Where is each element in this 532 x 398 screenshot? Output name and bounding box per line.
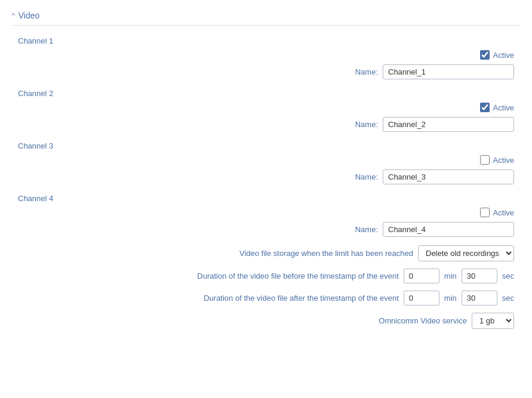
- channel-section-1: Channel 1ActiveName:: [12, 32, 520, 82]
- duration-before-sec-unit: sec: [502, 271, 514, 280]
- duration-before-row: Duration of the video file before the ti…: [12, 265, 520, 287]
- duration-before-sec-input[interactable]: [462, 269, 497, 283]
- storage-row: Video file storage when the limit has be…: [12, 242, 520, 265]
- channel-active-label-1: Active: [493, 51, 514, 60]
- channel-name-input-4[interactable]: [383, 222, 514, 237]
- channel-active-checkbox-2[interactable]: [480, 103, 490, 112]
- channel-name-input-1[interactable]: [383, 64, 514, 79]
- channel-name-row-2: Name:: [12, 115, 520, 134]
- channel-active-label-3: Active: [493, 156, 514, 165]
- channel-name-row-4: Name:: [12, 220, 520, 239]
- duration-after-label: Duration of the video file after the tim…: [204, 294, 399, 303]
- channel-label-1: Channel 1: [12, 32, 520, 48]
- channel-label-4: Channel 4: [12, 189, 520, 205]
- channel-active-label-4: Active: [493, 208, 514, 217]
- channel-active-label-2: Active: [493, 103, 514, 112]
- channel-active-checkbox-1[interactable]: [480, 50, 490, 60]
- video-section-header[interactable]: ^ Video: [12, 6, 520, 26]
- channel-name-row-1: Name:: [12, 62, 520, 82]
- duration-before-min-unit: min: [444, 271, 457, 280]
- duration-after-row: Duration of the video file after the tim…: [12, 287, 520, 309]
- channel-active-row-1: Active: [12, 48, 520, 62]
- channel-name-label-2: Name:: [354, 120, 378, 129]
- duration-after-sec-input[interactable]: [462, 291, 497, 306]
- channel-name-label-1: Name:: [354, 67, 378, 76]
- channel-section-2: Channel 2ActiveName:: [12, 84, 520, 134]
- channel-name-label-4: Name:: [354, 225, 378, 234]
- storage-select[interactable]: Delete old recordingsStop recording: [418, 245, 514, 261]
- omnicomm-service-label: Omnicomm Video service: [379, 316, 467, 325]
- omnicomm-service-row: Omnicomm Video service 1 gb2 gb5 gb10 gb: [12, 309, 520, 332]
- channel-active-row-3: Active: [12, 153, 520, 167]
- channel-name-input-3[interactable]: [383, 169, 514, 184]
- section-title: Video: [19, 11, 40, 20]
- channels-container: Channel 1ActiveName:Channel 2ActiveName:…: [12, 32, 520, 239]
- channel-active-row-2: Active: [12, 100, 520, 115]
- duration-before-label: Duration of the video file before the ti…: [197, 271, 398, 280]
- storage-label: Video file storage when the limit has be…: [239, 249, 413, 258]
- channel-active-row-4: Active: [12, 205, 520, 220]
- duration-after-min-input[interactable]: [404, 291, 439, 306]
- channel-section-4: Channel 4ActiveName:: [12, 189, 520, 239]
- chevron-icon: ^: [12, 13, 15, 19]
- duration-after-sec-unit: sec: [502, 294, 514, 303]
- channel-label-2: Channel 2: [12, 84, 520, 100]
- duration-after-min-unit: min: [444, 294, 457, 303]
- channel-active-checkbox-4[interactable]: [480, 208, 490, 217]
- channel-active-checkbox-3[interactable]: [480, 155, 490, 165]
- duration-before-min-input[interactable]: [404, 269, 439, 283]
- omnicomm-service-select[interactable]: 1 gb2 gb5 gb10 gb: [472, 313, 514, 329]
- channel-name-label-3: Name:: [354, 172, 378, 181]
- channel-name-input-2[interactable]: [383, 117, 514, 132]
- channel-label-3: Channel 3: [12, 137, 520, 153]
- channel-section-3: Channel 3ActiveName:: [12, 137, 520, 187]
- channel-name-row-3: Name:: [12, 167, 520, 187]
